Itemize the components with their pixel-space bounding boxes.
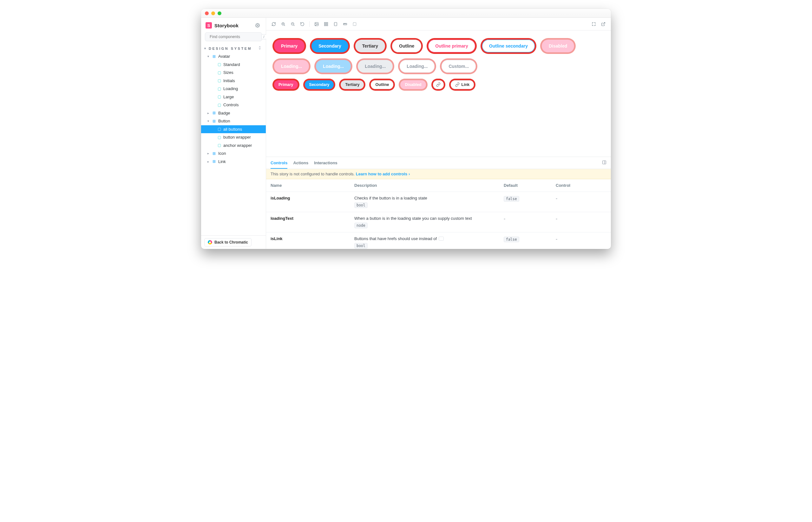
- tab-interactions[interactable]: Interactions: [314, 157, 337, 169]
- sidebar-component-badge[interactable]: ⊞Badge: [201, 109, 266, 117]
- caret-icon: [206, 159, 210, 164]
- component-icon: ⊞: [212, 110, 216, 116]
- button-row: PrimarySecondaryTertiaryOutlineOutline p…: [273, 38, 605, 54]
- highlight-ring: Outline secondary: [480, 38, 536, 54]
- table-row: isLoadingChecks if the button is in a lo…: [266, 192, 611, 212]
- highlight-ring: Loading...: [356, 58, 394, 74]
- sort-icon[interactable]: [258, 46, 262, 51]
- sample-button[interactable]: Disabled: [400, 80, 426, 89]
- highlight-ring: Primary: [273, 79, 299, 91]
- button-label: Outline secondary: [489, 43, 528, 48]
- ruler-icon: [343, 22, 347, 26]
- prop-desc: Buttons that have hrefs should use inste…: [354, 236, 502, 249]
- sidebar-story-controls[interactable]: ▢Controls: [201, 101, 266, 109]
- highlight-ring: Loading...: [398, 58, 436, 74]
- sample-button[interactable]: Tertiary: [355, 40, 385, 52]
- prop-control[interactable]: -: [556, 196, 607, 201]
- highlight-ring: Disabled: [540, 38, 576, 54]
- code-chip-icon: [439, 237, 444, 241]
- sample-button[interactable]: Primary: [274, 80, 298, 89]
- open-in-new-button[interactable]: [599, 20, 607, 28]
- gear-icon: [255, 23, 260, 27]
- sidebar-component-icon[interactable]: ⊞Icon: [201, 149, 266, 158]
- svg-rect-7: [326, 22, 328, 23]
- remount-button[interactable]: [270, 20, 278, 28]
- sample-button[interactable]: Primary: [274, 40, 304, 52]
- sidebar-story-all-buttons[interactable]: ▢all buttons: [201, 125, 266, 134]
- zoom-out-button[interactable]: [289, 20, 297, 28]
- sample-button[interactable]: [433, 80, 444, 89]
- sidebar-story-initials[interactable]: ▢Initials: [201, 77, 266, 85]
- tab-controls[interactable]: Controls: [271, 157, 288, 169]
- button-label: Primary: [278, 82, 293, 87]
- sample-button[interactable]: Loading...: [358, 60, 393, 73]
- zoom-reset-button[interactable]: [298, 20, 306, 28]
- sample-button[interactable]: Outline primary: [428, 40, 475, 52]
- sidebar-story-button-wrapper[interactable]: ▢button wrapper: [201, 133, 266, 141]
- prop-default: false: [504, 196, 554, 201]
- prop-type: bool: [354, 243, 368, 249]
- sample-button[interactable]: Outline: [392, 40, 421, 52]
- button-row: PrimarySecondaryTertiaryOutlineDisabledL…: [273, 79, 605, 91]
- prop-control[interactable]: -: [556, 216, 607, 222]
- sample-button[interactable]: Loading...: [316, 60, 351, 73]
- tab-actions[interactable]: Actions: [293, 157, 308, 169]
- back-to-chromatic-button[interactable]: Back to Chromatic: [204, 238, 252, 246]
- sample-button[interactable]: Loading...: [400, 60, 435, 73]
- settings-button[interactable]: [254, 22, 261, 29]
- fullscreen-button[interactable]: [590, 20, 598, 28]
- prop-control[interactable]: -: [556, 236, 607, 242]
- prop-default: -: [504, 216, 554, 222]
- component-icon: ⊞: [212, 118, 216, 124]
- sample-button[interactable]: Secondary: [312, 40, 348, 52]
- sidebar-story-anchor-wrapper[interactable]: ▢anchor wrapper: [201, 141, 266, 150]
- search-input-field[interactable]: [210, 35, 259, 39]
- search-input[interactable]: /: [205, 32, 262, 41]
- refresh-icon: [300, 22, 304, 26]
- sidebar: S Storybook / ▾ Design System: [201, 18, 266, 249]
- sidebar-story-loading[interactable]: ▢Loading: [201, 85, 266, 93]
- sidebar-component-avatar[interactable]: ⊞Avatar: [201, 52, 266, 61]
- background-button[interactable]: [313, 20, 320, 28]
- outline-button[interactable]: [351, 20, 358, 28]
- sample-button[interactable]: Outline: [371, 80, 393, 89]
- sample-button[interactable]: Tertiary: [341, 80, 364, 89]
- sample-button[interactable]: Secondary: [305, 80, 334, 89]
- prop-default: false: [504, 236, 554, 242]
- sample-button[interactable]: Loading...: [274, 60, 309, 73]
- section-header[interactable]: ▾ Design System: [201, 44, 266, 52]
- addon-panel-menu[interactable]: [602, 160, 607, 165]
- nav-label: Controls: [223, 102, 239, 108]
- nav-label: Loading: [223, 86, 238, 92]
- window-minimize-button[interactable]: [211, 12, 215, 15]
- highlight-ring: Loading...: [314, 58, 352, 74]
- viewport-mobile-button[interactable]: [332, 20, 339, 28]
- sidebar-story-large[interactable]: ▢Large: [201, 93, 266, 101]
- component-icon: ⊞: [212, 150, 216, 156]
- sidebar-story-standard[interactable]: ▢Standard: [201, 61, 266, 69]
- sidebar-component-link[interactable]: ⊞Link: [201, 158, 266, 166]
- button-label: Loading...: [323, 64, 344, 69]
- story-icon: ▢: [217, 142, 221, 148]
- grid-button[interactable]: [322, 20, 330, 28]
- nav-label: Initials: [223, 78, 235, 84]
- picture-icon: [314, 22, 319, 26]
- sidebar-story-sizes[interactable]: ▢Sizes: [201, 68, 266, 77]
- window-zoom-button[interactable]: [218, 12, 221, 15]
- sample-button[interactable]: Custom...: [441, 60, 476, 73]
- button-label: Disabled: [405, 82, 421, 87]
- story-icon: ▢: [217, 78, 221, 83]
- sample-button[interactable]: Link: [451, 80, 474, 89]
- banner-link[interactable]: Learn how to add controls ›: [356, 172, 410, 176]
- zoom-in-button[interactable]: [279, 20, 287, 28]
- caret-icon: [206, 151, 210, 156]
- button-label: Outline: [399, 43, 414, 48]
- sample-button[interactable]: Outline secondary: [482, 40, 535, 52]
- nav-label: Icon: [218, 150, 226, 157]
- highlight-ring: Disabled: [399, 79, 427, 91]
- window-close-button[interactable]: [205, 12, 209, 15]
- sample-button[interactable]: Disabled: [542, 40, 574, 52]
- measure-button[interactable]: [341, 20, 349, 28]
- svg-rect-9: [326, 24, 328, 26]
- sidebar-component-button[interactable]: ⊞Button: [201, 117, 266, 125]
